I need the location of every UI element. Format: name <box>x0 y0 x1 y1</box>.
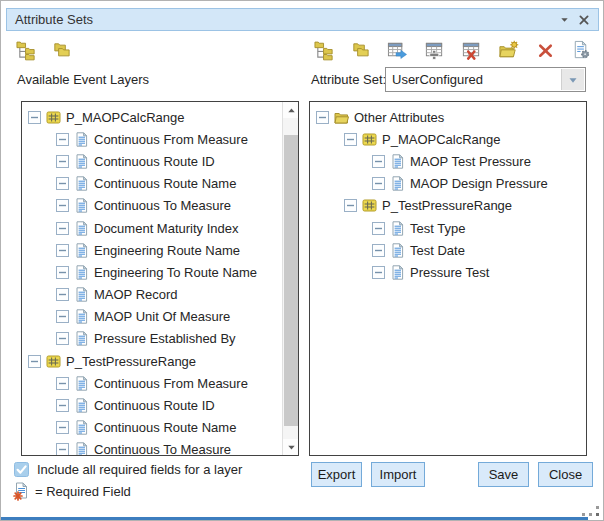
new-attribute-set-folder-button[interactable] <box>497 41 519 63</box>
collapse-attribute-set-button[interactable] <box>350 41 372 63</box>
tree-item[interactable]: MAOP Design Pressure <box>310 173 586 195</box>
attribute-set-panel[interactable]: Other AttributesP_MAOPCalcRangeMAOP Test… <box>309 101 587 456</box>
tree-item[interactable]: MAOP Unit Of Measure <box>22 306 282 328</box>
attribute-set-toolbar <box>313 41 593 63</box>
layer-icon <box>46 354 61 369</box>
collapse-toggle-icon[interactable] <box>344 199 357 212</box>
tree-item[interactable]: Pressure Established By <box>22 328 282 350</box>
collapse-toggle-icon[interactable] <box>28 111 41 124</box>
collapse-toggle-icon[interactable] <box>56 332 69 345</box>
collapse-toggle-icon[interactable] <box>28 355 41 368</box>
collapse-toggle-icon[interactable] <box>56 377 69 390</box>
collapse-toggle-icon[interactable] <box>56 177 69 190</box>
attribute-set-value: UserConfigured <box>392 72 561 87</box>
layer-icon <box>362 198 377 213</box>
attribute-sets-dialog: Attribute Sets Available Event Layers At… <box>0 0 604 521</box>
tree-item[interactable]: Continuous From Measure <box>22 128 282 150</box>
close-button[interactable]: Close <box>538 462 593 487</box>
expand-attribute-set-button[interactable] <box>313 41 335 63</box>
collapse-toggle-icon[interactable] <box>372 155 385 168</box>
tree-item[interactable]: Continuous Route ID <box>22 394 282 416</box>
collapse-toggle-icon[interactable] <box>372 266 385 279</box>
export-button[interactable]: Export <box>311 462 362 487</box>
red-x-icon <box>535 40 556 65</box>
field-icon <box>390 265 405 280</box>
tree-item[interactable]: Continuous To Measure <box>22 195 282 217</box>
collapse-toggle-icon[interactable] <box>372 244 385 257</box>
tree-item-label: MAOP Test Pressure <box>410 154 531 169</box>
tree-item-label: P_MAOPCalcRange <box>382 132 501 147</box>
collapse-toggle-icon[interactable] <box>56 399 69 412</box>
remove-attribute-table-button[interactable] <box>460 41 482 63</box>
tree-item[interactable]: MAOP Record <box>22 284 282 306</box>
tree-item[interactable]: Test Date <box>310 239 586 261</box>
tree-item[interactable]: Document Maturity Index <box>22 217 282 239</box>
include-required-fields-row: Include all required fields for a layer <box>14 462 242 477</box>
required-field-label: = Required Field <box>35 484 131 499</box>
tree-item-label: Continuous From Measure <box>94 132 248 147</box>
expand-event-layers-button[interactable] <box>15 41 37 63</box>
attribute-set-label: Attribute Set: <box>311 72 386 87</box>
tree-item[interactable]: Engineering Route Name <box>22 239 282 261</box>
titlebar[interactable]: Attribute Sets <box>6 8 599 31</box>
tree-item[interactable]: Pressure Test <box>310 261 586 283</box>
close-icon[interactable] <box>577 13 591 27</box>
attribute-set-properties-button[interactable] <box>571 41 593 63</box>
include-required-fields-checkbox[interactable] <box>14 462 29 477</box>
collapse-toggle-icon[interactable] <box>56 421 69 434</box>
field-icon <box>74 420 89 435</box>
collapse-toggle-icon[interactable] <box>372 177 385 190</box>
field-icon <box>74 398 89 413</box>
attribute-set-dropdown[interactable]: UserConfigured <box>385 67 586 92</box>
tree-item-label: Continuous Route ID <box>94 398 215 413</box>
scrollbar-thumb[interactable] <box>284 135 298 426</box>
collapse-toggle-icon[interactable] <box>372 222 385 235</box>
import-button[interactable]: Import <box>371 462 425 487</box>
bottom-accent-bar <box>1 517 588 520</box>
field-icon <box>74 309 89 324</box>
collapse-toggle-icon[interactable] <box>56 288 69 301</box>
collapse-toggle-icon[interactable] <box>344 133 357 146</box>
tree-item[interactable]: P_TestPressureRange <box>310 195 586 217</box>
resize-grip[interactable] <box>582 501 600 517</box>
dialog-title: Attribute Sets <box>15 12 93 27</box>
tree-item[interactable]: P_TestPressureRange <box>22 350 282 372</box>
tree-item[interactable]: Engineering To Route Name <box>22 261 282 283</box>
tree-item[interactable]: MAOP Test Pressure <box>310 150 586 172</box>
include-required-fields-label: Include all required fields for a layer <box>37 462 242 477</box>
tree-item[interactable]: Continuous Route Name <box>22 173 282 195</box>
vertical-scrollbar[interactable] <box>282 102 298 455</box>
field-icon <box>74 243 89 258</box>
tree-item-label: Continuous From Measure <box>94 376 248 391</box>
export-attribute-table-button[interactable] <box>387 41 409 63</box>
collapse-toggle-icon[interactable] <box>56 244 69 257</box>
tree-item[interactable]: Test Type <box>310 217 586 239</box>
collapse-toggle-icon[interactable] <box>56 222 69 235</box>
delete-attribute-set-button[interactable] <box>534 41 556 63</box>
tree-item[interactable]: P_MAOPCalcRange <box>310 128 586 150</box>
field-icon <box>74 154 89 169</box>
add-attribute-table-button[interactable] <box>424 41 446 63</box>
tree-item[interactable]: Continuous Route ID <box>22 150 282 172</box>
collapse-toggle-icon[interactable] <box>316 111 329 124</box>
field-icon <box>74 198 89 213</box>
collapse-dialog-icon[interactable] <box>557 13 571 27</box>
tree-item[interactable]: Other Attributes <box>310 106 586 128</box>
tree-item[interactable]: Continuous To Measure <box>22 439 282 456</box>
collapse-toggle-icon[interactable] <box>56 443 69 456</box>
collapse-toggle-icon[interactable] <box>56 310 69 323</box>
collapse-toggle-icon[interactable] <box>56 155 69 168</box>
scroll-up-icon[interactable] <box>283 102 299 118</box>
collapse-toggle-icon[interactable] <box>56 266 69 279</box>
field-icon <box>74 287 89 302</box>
tree-item[interactable]: Continuous Route Name <box>22 417 282 439</box>
collapse-event-layers-button[interactable] <box>50 41 72 63</box>
collapse-toggle-icon[interactable] <box>56 199 69 212</box>
available-event-layers-panel[interactable]: P_MAOPCalcRangeContinuous From MeasureCo… <box>21 101 299 456</box>
tree-item[interactable]: Continuous From Measure <box>22 372 282 394</box>
collapse-toggle-icon[interactable] <box>56 133 69 146</box>
save-button[interactable]: Save <box>478 462 529 487</box>
tree-item[interactable]: P_MAOPCalcRange <box>22 106 282 128</box>
scroll-down-icon[interactable] <box>283 439 299 455</box>
dropdown-arrow-icon[interactable] <box>561 69 584 90</box>
